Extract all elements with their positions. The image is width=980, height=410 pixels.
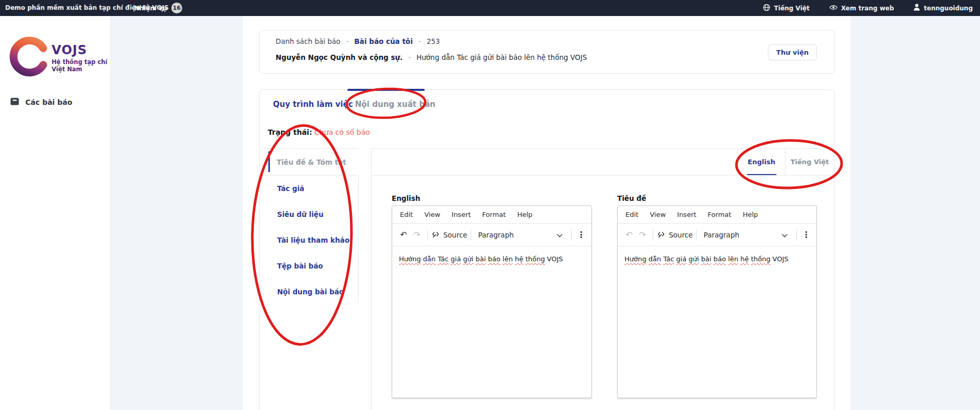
paragraph-dropdown[interactable]: Paragraph [475,231,568,239]
spellchecked-text: Hướng dẫn Tác giả gửi bài báo lên hệ thố… [399,255,545,263]
article-detail-card: Quy trình làm việc Nội dung xuất bản Trạ… [259,89,834,410]
topbar-right-group: Tiếng Việt Xem trang web tennguoidung [763,0,973,16]
redo-icon[interactable]: ↷ [636,228,649,242]
top-navbar: Demo phần mềm xuất bản tạp chí điện tử V… [0,0,980,16]
breadcrumb-separator: - [346,37,349,45]
rich-text-editor-title: Edit View Insert Format Help ↶ ↷ Source [617,206,817,398]
section-tab-label: Tiêu đề & Tóm tắt [277,158,346,166]
plain-text: VOJS [773,255,789,263]
language-label: Tiếng Việt [774,5,810,12]
active-tab-indicator [347,89,425,91]
logo-subtitle: Hệ thống tạp chí Việt Nam [52,58,107,73]
article-id: 253 [427,37,440,45]
library-button[interactable]: Thư viện [768,44,817,60]
menu-edit[interactable]: Edit [620,211,644,218]
menu-insert[interactable]: Insert [446,211,476,218]
article-header-card: Danh sách bài báo - Bài báo của tôi - 25… [259,30,834,74]
toolbar-divider [427,229,428,241]
tab-workflow[interactable]: Quy trình làm việc [273,100,353,109]
editor-label-english: English [392,194,420,202]
logo-acronym: VOJS [52,43,87,57]
section-tab-authors[interactable]: Tác giả [261,176,358,201]
editor-menubar: Edit View Insert Format Help [618,206,816,224]
menu-format[interactable]: Format [702,211,737,218]
tab-vietnamese-label: Tiếng Việt [791,158,829,166]
app-window: Demo phần mềm xuất bản tạp chí điện tử V… [0,0,980,410]
section-tab-references[interactable]: Tài liệu tham khảo [261,227,358,253]
menu-view[interactable]: View [419,211,446,218]
source-label: Source [669,231,693,239]
redo-icon[interactable]: ↷ [410,228,424,242]
section-tab-article-files[interactable]: Tệp bài báo [261,253,358,279]
tab-english-label: English [748,158,775,166]
title-abstract-panel: English Tiếng Việt English Tiêu đề Edit … [371,148,834,410]
plain-text: VOJS [547,255,563,263]
status-label: Trạng thái: [268,128,312,136]
eye-icon [829,5,838,12]
menu-help[interactable]: Help [511,211,538,218]
language-tab-header: English Tiếng Việt [372,149,834,176]
more-options-icon[interactable]: ⋮ [800,230,812,240]
section-active-indicator [268,151,270,172]
chevron-down-icon [557,231,563,239]
editor-toolbar: ↶ ↷ Source Paragraph ⋮ [618,224,816,246]
paragraph-dropdown[interactable]: Paragraph [700,231,793,239]
tasks-label: Nhiệm vụ [134,5,167,12]
paragraph-label: Paragraph [703,231,739,239]
section-tab-article-content[interactable]: Nội dung bài báo [261,279,358,305]
breadcrumb: Danh sách bài báo - Bài báo của tôi - 25… [276,37,440,45]
undo-icon[interactable]: ↶ [397,228,410,242]
toolbar-divider [653,229,653,241]
tab-language-english[interactable]: English [737,149,785,175]
vojs-logo[interactable]: VOJS Hệ thống tạp chí Việt Nam [0,16,111,83]
username-label: tennguoidung [924,5,973,12]
sidebar-item-label: Các bài báo [25,98,72,106]
language-active-indicator [747,174,776,176]
globe-icon [763,4,770,13]
tab-language-vietnamese[interactable]: Tiếng Việt [785,149,834,175]
menu-edit[interactable]: Edit [394,211,419,218]
spellchecked-text: Hướng dẫn Tác giả gửi bài báo lên hệ thố… [624,255,770,263]
source-code-icon [657,230,666,240]
menu-help[interactable]: Help [737,211,764,218]
source-button[interactable]: Source [657,230,693,240]
section-tab-metadata[interactable]: Siêu dữ liệu [261,201,358,227]
source-button[interactable]: Source [431,230,467,240]
view-site-label: Xem trang web [841,5,894,12]
tasks-count-badge: 16 [171,3,182,13]
menu-view[interactable]: View [644,211,671,218]
view-site-link[interactable]: Xem trang web [829,5,894,12]
more-options-icon[interactable]: ⋮ [575,230,587,240]
left-sidebar: VOJS Hệ thống tạp chí Việt Nam Các bài b… [0,16,111,410]
source-code-icon [431,230,440,240]
chevron-down-icon [782,231,788,239]
editor-menubar: Edit View Insert Format Help [392,206,591,224]
logo-ring-icon [6,35,53,83]
editor-content-english[interactable]: Hướng dẫn Tác giả gửi bài báo lên hệ thố… [392,246,591,272]
breadcrumb-article-list[interactable]: Danh sách bài báo [276,37,341,45]
section-tab-strip: Tiêu đề & Tóm tắt Tác giả Siêu dữ liệu T… [261,148,358,305]
editor-content-title[interactable]: Hướng dẫn Tác giả gửi bài báo lên hệ thố… [618,246,816,272]
section-tab-title-abstract[interactable]: Tiêu đề & Tóm tắt [261,149,358,176]
article-author-line: Nguyễn Ngọc Quỳnh và cộng sự. - Hướng dẫ… [276,53,587,61]
toolbar-divider [471,229,471,241]
section-strip-border [358,176,359,303]
tasks-menu[interactable]: Nhiệm vụ 16 [134,0,182,16]
user-menu[interactable]: tennguoidung [913,4,973,12]
language-switcher[interactable]: Tiếng Việt [763,4,810,13]
undo-icon[interactable]: ↶ [622,228,636,242]
paragraph-label: Paragraph [478,231,513,239]
sidebar-item-articles[interactable]: Các bài báo [10,98,72,107]
breadcrumb-my-articles[interactable]: Bài báo của tôi [355,37,413,45]
tab-publish-content[interactable]: Nội dung xuất bản [355,100,436,109]
toolbar-divider [696,229,697,241]
source-label: Source [443,231,467,239]
author-title-separator: - [408,53,411,61]
editor-toolbar: ↶ ↷ Source Paragraph ⋮ [392,224,591,246]
menu-format[interactable]: Format [476,211,511,218]
menu-insert[interactable]: Insert [671,211,702,218]
status-value: Chưa có số báo [314,128,370,136]
article-title: Hướng dẫn Tác giả gửi bài báo lên hệ thố… [416,53,587,61]
toolbar-divider [571,229,572,241]
status-line: Trạng thái: Chưa có số báo [268,128,370,136]
